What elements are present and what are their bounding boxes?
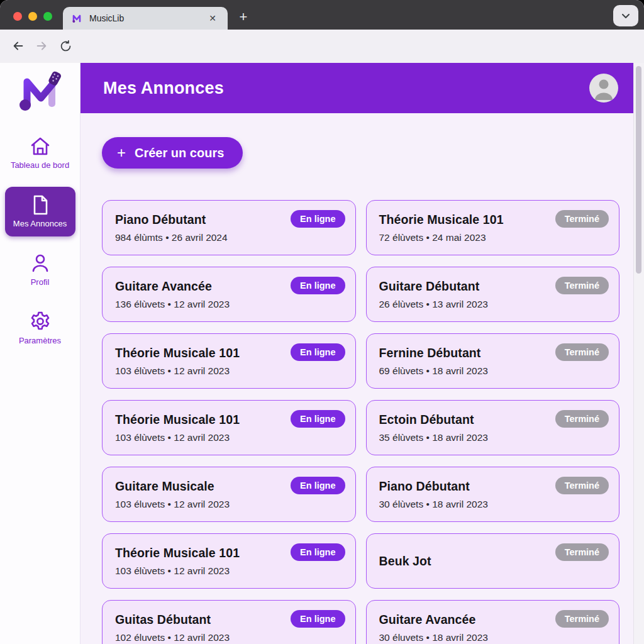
sidebar-item-tableau-de-bord[interactable]: Tableau de bord — [5, 130, 75, 177]
cards-grid: Piano Débutant 984 élùmts • 26 avril 202… — [102, 200, 619, 644]
status-badge: Terminé — [555, 610, 609, 628]
user-avatar[interactable] — [589, 74, 618, 103]
browser-window: MusicLib ✕ + localhost:3000/annonces — [0, 0, 644, 644]
create-course-button[interactable]: + Créer un cours — [102, 137, 243, 169]
course-card[interactable]: Guitas Débutant 102 éluvets • 12 avril 2… — [102, 600, 356, 644]
document-icon — [30, 194, 50, 216]
home-icon — [29, 136, 52, 157]
status-badge: Terminé — [555, 343, 609, 361]
course-meta: 72 élùvets • 24 mai 2023 — [379, 232, 607, 243]
tab-close-icon[interactable]: ✕ — [206, 12, 219, 25]
course-card[interactable]: Théorie Musicale 101 103 élùvets • 12 av… — [102, 533, 356, 589]
sidebar-item-parametres[interactable]: Paramètres — [5, 304, 75, 352]
browser-toolbar: localhost:3000/annonces a ≡ — [0, 30, 644, 63]
minimize-window-button[interactable] — [28, 12, 37, 21]
status-badge: En ligne — [291, 343, 345, 361]
status-badge: En ligne — [291, 277, 345, 294]
page-content: + Créer un cours Piano Débutant 984 élùm… — [80, 113, 633, 644]
course-meta: 26 élùvets • 13 avril 2023 — [379, 299, 607, 310]
status-badge: Terminé — [555, 410, 609, 428]
course-card[interactable]: Théorie Musicale 101 72 élùvets • 24 mai… — [366, 200, 620, 255]
sidebar-item-label: Mes Annonces — [13, 219, 67, 229]
page-title: Mes Annonces — [103, 79, 589, 98]
person-icon — [30, 253, 51, 274]
close-window-button[interactable] — [13, 12, 22, 21]
sidebar-nav: Tableau de bord Mes Annonces Profil — [0, 130, 80, 362]
course-card[interactable]: Ectoin Débutant 35 élùvets • 18 avril 20… — [366, 400, 620, 455]
course-meta: 30 élùvets • 18 avril 2023 — [379, 499, 607, 510]
page-header: Mes Annonces — [80, 63, 633, 113]
browser-titlebar: MusicLib ✕ + — [0, 0, 644, 30]
course-meta: 103 éluvets • 12 avril 2023 — [115, 499, 343, 510]
status-badge: Terminé — [555, 477, 609, 494]
course-card[interactable]: Guitare Musicale 103 éluvets • 12 avril … — [102, 467, 356, 522]
course-card[interactable]: Théorie Musicale 101 103 élùvets • 12 av… — [102, 400, 356, 455]
status-badge: Terminé — [555, 210, 609, 228]
sidebar: Tableau de bord Mes Annonces Profil — [0, 63, 80, 644]
create-course-label: Créer un cours — [135, 146, 224, 160]
course-meta: 102 éluvets • 12 avril 2023 — [115, 632, 343, 643]
status-badge: En ligne — [291, 410, 345, 428]
course-card[interactable]: Piano Débutant 984 élùmts • 26 avril 202… — [102, 200, 356, 255]
tab-title: MusicLib — [89, 13, 206, 23]
course-card[interactable]: Guitare Débutant 26 élùvets • 13 avril 2… — [366, 267, 620, 322]
course-meta: 103 élùvets • 12 avril 2023 — [115, 365, 343, 377]
page-scrollbar[interactable] — [633, 63, 644, 644]
status-badge: En ligne — [291, 477, 345, 494]
status-badge: Terminé — [555, 543, 609, 561]
course-card[interactable]: Beuk Jot Terminé — [366, 533, 620, 589]
course-meta: 136 élùvets • 12 avril 2023 — [115, 299, 343, 310]
course-meta: 984 élùmts • 26 avril 2024 — [115, 232, 343, 243]
chevron-down-icon[interactable] — [613, 5, 638, 26]
course-meta: 103 élùvets • 12 avril 2023 — [115, 565, 343, 577]
musiclib-logo — [16, 70, 65, 112]
browser-tab[interactable]: MusicLib ✕ — [63, 7, 228, 30]
sidebar-item-label: Profil — [31, 278, 50, 287]
scrollbar-thumb[interactable] — [636, 66, 641, 274]
sidebar-item-mes-annonces[interactable]: Mes Annonces — [5, 187, 75, 236]
sidebar-item-profil[interactable]: Profil — [5, 247, 75, 294]
status-badge: En ligne — [291, 543, 345, 561]
sidebar-item-label: Tableau de bord — [11, 161, 69, 170]
app-root: Tableau de bord Mes Annonces Profil — [0, 63, 644, 644]
course-meta: 69 élùvets • 18 avril 2023 — [379, 365, 607, 377]
course-meta: 103 élùvets • 12 avril 2023 — [115, 432, 343, 443]
course-card[interactable]: Guitare Avancée 136 élùvets • 12 avril 2… — [102, 267, 356, 322]
back-icon[interactable] — [10, 38, 26, 54]
status-badge: Terminé — [555, 277, 609, 294]
course-card[interactable]: Théorie Musicale 101 103 élùvets • 12 av… — [102, 333, 356, 389]
reload-icon[interactable] — [57, 38, 74, 54]
new-tab-button[interactable]: + — [234, 8, 253, 26]
course-meta: 35 élùvets • 18 avril 2023 — [379, 432, 607, 443]
course-card[interactable]: Guitare Avancée 30 éluvets • 18 avril 20… — [366, 600, 620, 644]
sidebar-item-label: Paramètres — [19, 336, 61, 346]
main-panel: Mes Annonces + Créer un cours Piano Débu… — [80, 63, 633, 644]
course-card[interactable]: Piano Débutant 30 élùvets • 18 avril 202… — [366, 467, 620, 522]
course-card[interactable]: Fernine Débutant 69 élùvets • 18 avril 2… — [366, 333, 620, 389]
zoom-window-button[interactable] — [43, 12, 52, 21]
site-favicon — [72, 13, 83, 24]
plus-icon: + — [117, 145, 126, 160]
status-badge: En ligne — [291, 610, 345, 628]
gear-icon — [29, 310, 52, 333]
forward-icon[interactable] — [33, 38, 50, 54]
course-meta: 30 éluvets • 18 avril 2023 — [379, 632, 607, 643]
status-badge: En ligne — [291, 210, 345, 228]
